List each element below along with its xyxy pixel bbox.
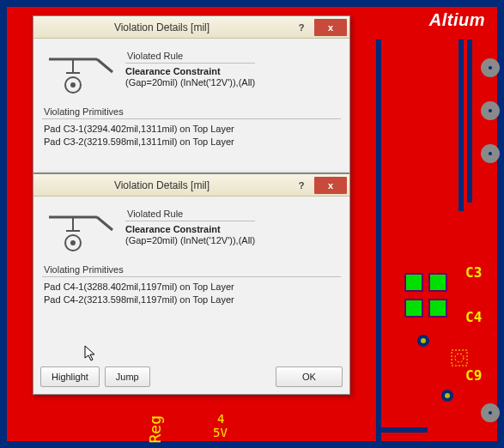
pcb-smd-pad (404, 273, 423, 292)
rule-name: Clearance Constraint (125, 224, 255, 234)
refdes-label: C9 (465, 367, 482, 384)
violation-details-dialog: Violation Details [mil] ? x Violated Rul… (33, 15, 350, 173)
pcb-smd-pad (404, 299, 423, 318)
rule-expression: (Gap=20mil) (InNet('12V')),(All) (125, 77, 255, 88)
rule-expression: (Gap=20mil) (InNet('12V')),(All) (125, 235, 255, 245)
pcb-pad-hole (481, 144, 500, 163)
svg-point-1 (455, 354, 464, 362)
pcb-trace (376, 427, 428, 433)
svg-line-9 (97, 217, 112, 230)
primitive-item[interactable]: Pad C4-2(3213.598mil,1197mil) on Top Lay… (44, 294, 339, 306)
section-heading: Violating Primitives (42, 264, 341, 277)
designator-text: Reg (146, 415, 164, 444)
svg-point-7 (70, 82, 76, 88)
brand-logo: Altium (429, 10, 485, 30)
section-heading: Violating Primitives (42, 106, 341, 119)
pcb-smd-pad (428, 299, 447, 318)
rule-name: Clearance Constraint (125, 66, 255, 76)
dialog-title: Violation Details [mil] (33, 21, 290, 33)
section-heading: Violated Rule (125, 209, 255, 221)
pcb-pad-hole (481, 101, 500, 120)
highlight-button[interactable]: Highlight (40, 366, 100, 387)
pcb-pad-hole (481, 403, 500, 422)
clearance-rule-icon (44, 209, 117, 256)
ok-button[interactable]: OK (276, 366, 343, 387)
svg-point-13 (70, 240, 76, 245)
net-label: 5V (213, 426, 228, 439)
violation-details-dialog: Violation Details [mil] ? x Violated Rul… (33, 173, 350, 395)
dialog-title: Violation Details [mil] (33, 179, 290, 191)
refdes-label: C3 (465, 264, 482, 281)
net-label: 4 (217, 412, 224, 426)
pcb-pad-hole (481, 58, 500, 77)
pcb-smd-pad (428, 273, 447, 292)
jump-button[interactable]: Jump (105, 366, 150, 387)
svg-rect-0 (452, 350, 467, 366)
dialog-titlebar[interactable]: Violation Details [mil] ? x (33, 174, 349, 197)
clearance-rule-icon (44, 51, 117, 98)
help-button[interactable]: ? (290, 19, 313, 36)
pcb-via (441, 390, 453, 402)
section-heading: Violated Rule (125, 51, 255, 64)
close-button[interactable]: x (314, 19, 347, 36)
primitive-item[interactable]: Pad C3-1(3294.402mil,1311mil) on Top Lay… (44, 123, 339, 136)
pcb-trace (458, 39, 464, 211)
pcb-trace (376, 39, 381, 443)
pcb-via (417, 335, 429, 347)
pcb-trace (467, 39, 472, 203)
help-button[interactable]: ? (290, 177, 313, 194)
dialog-titlebar[interactable]: Violation Details [mil] ? x (33, 16, 349, 39)
drc-marker-icon (450, 348, 469, 367)
close-button[interactable]: x (314, 177, 347, 194)
primitive-item[interactable]: Pad C4-1(3288.402mil,1197mil) on Top Lay… (44, 281, 339, 294)
refdes-label: C4 (465, 309, 482, 325)
svg-line-3 (97, 59, 112, 72)
primitive-item[interactable]: Pad C3-2(3219.598mil,1311mil) on Top Lay… (44, 136, 339, 148)
